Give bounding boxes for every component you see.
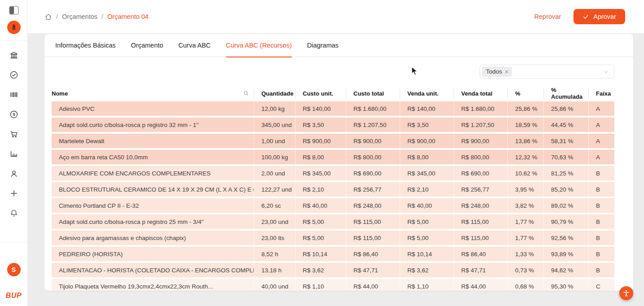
avatar[interactable]: S [7, 263, 21, 276]
table-header-row: Nome Quantidade Custo unit. Custo total … [52, 87, 614, 100]
tab-0[interactable]: Informações Básicas [55, 34, 116, 57]
filter-row: Todos × [44, 57, 633, 87]
cell-faixa: A [588, 134, 614, 148]
table-row[interactable]: Adesivo para argamassas e chapiscos (cha… [52, 231, 614, 245]
table-row[interactable]: BLOCO ESTRUTURAL CERAMICO DE 14 X 19 X 2… [52, 182, 614, 197]
tab-3[interactable]: Curva ABC (Recursos) [226, 34, 292, 57]
sidebar-item-bank[interactable] [5, 45, 23, 65]
cell-faixa: C [588, 279, 614, 291]
tab-4[interactable]: Diagramas [307, 34, 339, 57]
cell-custo_unit: R$ 10,14 [295, 247, 346, 261]
cell-custo_total: R$ 86,40 [346, 247, 400, 261]
table-row[interactable]: PEDREIRO (HORISTA)8,52 hR$ 10,14R$ 86,40… [52, 247, 614, 261]
table-row[interactable]: Adapt sold.curto c/bolsa-rosca p registr… [52, 118, 614, 132]
column-header-quantidade[interactable]: Quantidade [254, 88, 295, 98]
cell-custo_unit: R$ 3,50 [295, 118, 346, 132]
cell-pct_acumulada: 81,25 % [543, 166, 588, 180]
cell-quantidade: 1,00 und [254, 134, 295, 148]
cell-quantidade: 23,00 und [254, 214, 295, 229]
sidebar-nav: $ [5, 45, 23, 223]
plus-icon [9, 188, 19, 198]
cell-custo_unit: R$ 2,10 [295, 182, 346, 197]
table-row[interactable]: Tijolo Plaqueta Vermelho 19,3cmx2,4cmx22… [52, 279, 614, 291]
sidebar-item-approvals[interactable] [5, 65, 23, 85]
cell-venda_total: R$ 256,77 [454, 182, 507, 197]
cell-quantidade: 122,27 und [254, 182, 295, 197]
cell-nome: Adapt sold.curto c/bolsa-rosca p registr… [52, 118, 254, 132]
cell-venda_total: R$ 47,71 [454, 263, 507, 277]
tab-1[interactable]: Orçamento [131, 34, 163, 57]
cell-pct: 0,73 % [507, 263, 543, 277]
check-circle-icon [9, 70, 19, 80]
sidebar-item-notifications[interactable] [5, 203, 23, 223]
column-header-nome[interactable]: Nome [52, 88, 254, 98]
column-header-pct-acumulada[interactable]: % Acumulada [543, 88, 588, 98]
column-header-custo-total[interactable]: Custo total [346, 88, 400, 98]
top-actions: Reprovar Aprovar [534, 9, 625, 24]
table-row[interactable]: Adesivo PVC12,00 kgR$ 140,00R$ 1.680,00R… [52, 101, 614, 116]
cell-faixa: A [588, 101, 614, 116]
column-header-venda-total[interactable]: Venda total [454, 88, 507, 98]
cell-custo_total: R$ 800,00 [346, 150, 400, 164]
cell-venda_unit: R$ 5,00 [400, 231, 454, 245]
reject-button[interactable]: Reprovar [534, 13, 561, 20]
breadcrumb-item-current: Orçamento 04 [107, 13, 149, 20]
table-row[interactable]: Martelete Dewalt1,00 undR$ 900,00R$ 900,… [52, 134, 614, 148]
cell-venda_total: R$ 690,00 [454, 166, 507, 180]
accessibility-button[interactable] [619, 286, 633, 300]
column-header-venda-unit[interactable]: Venda unit. [400, 88, 454, 98]
search-icon[interactable] [243, 90, 249, 96]
cell-venda_unit: R$ 140,00 [400, 101, 454, 116]
cell-venda_unit: R$ 3,62 [400, 263, 454, 277]
sidebar-item-reports[interactable] [5, 144, 23, 164]
cell-custo_total: R$ 115,00 [346, 214, 400, 229]
user-icon [9, 169, 19, 179]
cell-venda_total: R$ 1.207,50 [454, 118, 507, 132]
table-row[interactable]: Cimento Portland CP II - E-326,20 scR$ 4… [52, 198, 614, 213]
table-row[interactable]: ALIMENTACAO - HORISTA (COLETADO CAIXA - … [52, 263, 614, 277]
sidebar-item-purchases[interactable] [5, 124, 23, 144]
cell-pct: 10,62 % [507, 166, 543, 180]
sidebar-item-barcode[interactable] [5, 85, 23, 105]
sidebar-item-finance[interactable]: $ [5, 105, 23, 124]
faixa-filter-select[interactable]: Todos × [480, 65, 614, 79]
column-header-custo-unit[interactable]: Custo unit. [295, 88, 346, 98]
column-header-pct[interactable]: % [507, 88, 543, 98]
breadcrumb-item-orcamentos[interactable]: Orçamentos [62, 13, 97, 20]
cell-venda_unit: R$ 900,00 [400, 134, 454, 148]
cell-custo_unit: R$ 140,00 [295, 101, 346, 116]
cell-pct: 25,86 % [507, 101, 543, 116]
cell-pct: 3,95 % [507, 182, 543, 197]
remove-tag-icon[interactable]: × [505, 69, 508, 75]
sidebar-toggle-button[interactable] [7, 4, 21, 16]
sidebar-item-add[interactable] [5, 184, 23, 203]
cell-pct_acumulada: 95,30 % [543, 279, 588, 291]
accessibility-icon [622, 289, 631, 297]
cell-venda_unit: R$ 10,14 [400, 247, 454, 261]
cell-venda_total: R$ 800,00 [454, 150, 507, 164]
cell-nome: Tijolo Plaqueta Vermelho 19,3cmx2,4cmx22… [52, 279, 254, 291]
table-row[interactable]: Adapt sold.curto c/bolsa-rosca p registr… [52, 214, 614, 229]
cell-quantidade: 13,18 h [254, 263, 295, 277]
cell-pct: 1,33 % [507, 247, 543, 261]
app-logo-button[interactable] [7, 21, 21, 34]
cell-faixa: B [588, 231, 614, 245]
home-icon[interactable] [44, 13, 52, 21]
sidebar-item-users[interactable] [5, 164, 23, 184]
cell-custo_total: R$ 248,00 [346, 198, 400, 213]
content-area: Informações BásicasOrçamentoCurva ABCCur… [28, 33, 644, 306]
cell-venda_unit: R$ 3,50 [400, 118, 454, 132]
column-header-faixa[interactable]: Faixa [588, 88, 614, 98]
table-row[interactable]: ALMOXARIFE COM ENCARGOS COMPLEMENTARES2,… [52, 166, 614, 180]
cell-pct_acumulada: 70,63 % [543, 150, 588, 164]
cell-quantidade: 40,00 und [254, 279, 295, 291]
cell-nome: Aço em barra reta CA50 10,0mm [52, 150, 254, 164]
breadcrumb-separator: / [101, 13, 103, 20]
approve-button[interactable]: Aprovar [573, 9, 625, 24]
cell-custo_unit: R$ 5,00 [295, 214, 346, 229]
cell-faixa: B [588, 263, 614, 277]
tab-2[interactable]: Curva ABC [178, 34, 211, 57]
sidebar-bottom: S BUP [0, 242, 27, 306]
table-row[interactable]: Aço em barra reta CA50 10,0mm100,00 kgR$… [52, 150, 614, 164]
cell-quantidade: 2,00 und [254, 166, 295, 180]
